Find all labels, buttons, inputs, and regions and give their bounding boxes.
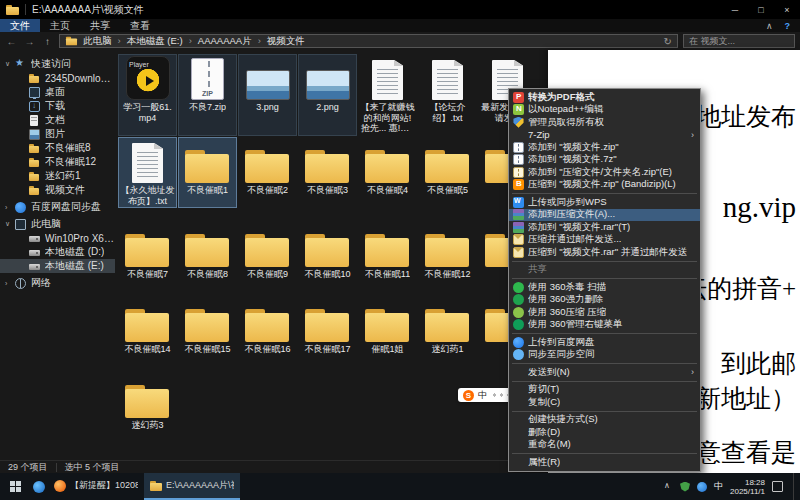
tray-icon[interactable] [663,482,673,492]
file-item[interactable]: 不良催眠2 [239,138,296,207]
ribbon-tab[interactable]: 共享 [80,19,120,32]
expand-arrow-icon[interactable]: › [5,280,15,287]
file-item[interactable]: 迷幻药1 [419,297,476,356]
context-menu-item[interactable]: 属性(R) [509,456,700,469]
sidebar-item[interactable]: 本地磁盘 (E:) [0,259,115,273]
breadcrumb-segment[interactable]: 视频文件 [252,35,305,48]
back-button[interactable]: ← [5,36,18,47]
context-menu-item[interactable]: 添加到 "视频文件.7z" [509,154,700,167]
context-menu-item[interactable]: 压缩到 "视频文件.zip" (Bandizip)(L) [509,179,700,192]
file-item[interactable]: 不良7.zip [179,55,236,135]
file-item[interactable]: 【论坛介绍】.txt [419,55,476,135]
context-menu-item[interactable]: 添加到 "视频文件.rar"(T) [509,221,700,234]
context-menu-item[interactable]: 同步至同步空间 [509,349,700,362]
file-item[interactable]: 不良催眠1 [179,138,236,207]
sidebar-item[interactable]: 不良催眠12 [0,155,115,169]
ribbon-collapse-icon[interactable]: ∧ [766,21,773,31]
file-item[interactable]: 不良催眠3 [299,138,356,207]
file-item[interactable]: 迷幻药3 [119,373,176,432]
sidebar-item[interactable]: ∨ 此电脑 [0,217,115,231]
context-menu-item[interactable]: 使用 360管理右键菜单 [509,319,700,332]
sidebar-item[interactable]: 视频文件 [0,183,115,197]
file-item[interactable]: 不良催眠10 [299,222,356,281]
context-menu-item[interactable]: 压缩到 "视频文件.rar" 并通过邮件发送 [509,246,700,259]
taskbar-clock[interactable]: 18:28 2025/11/1 [730,478,765,496]
search-input[interactable] [683,34,795,48]
notification-center-icon[interactable] [772,481,783,492]
context-menu-item[interactable]: 重命名(M) [509,439,700,452]
context-menu-item[interactable]: 删除(D) [509,426,700,439]
context-menu-item[interactable]: 发送到(N) [509,366,700,379]
context-menu-item[interactable]: 使用 360杀毒 扫描 [509,281,700,294]
sidebar-item[interactable]: 图片 [0,127,115,141]
start-button[interactable] [0,473,30,500]
context-menu-item[interactable]: 以Notepad++编辑 [509,104,700,117]
file-item[interactable]: 不良催眠15 [179,297,236,356]
file-item[interactable]: 催眠1姐 [359,297,416,356]
file-item[interactable]: Player 学习一般61.mp4 [119,55,176,135]
sidebar-item[interactable]: 2345Downloads [0,71,115,85]
tray-icon[interactable] [680,482,690,492]
context-menu-item[interactable]: 复制(C) [509,396,700,409]
ime-mode-indicator[interactable]: 中 [478,389,487,402]
address-box[interactable]: 此电脑 本地磁盘 (E:) AAAAAAA片 视频文件 [59,34,678,48]
help-icon[interactable]: ? [785,21,791,31]
sidebar-item[interactable]: › 网络 [0,276,115,290]
context-menu-item[interactable]: 上传到百度网盘 [509,336,700,349]
context-menu-item[interactable]: 添加到 "视频文件.zip" [509,141,700,154]
file-item[interactable]: 不良催眠7 [119,222,176,281]
ime-tray-indicator[interactable]: 中 [714,480,723,493]
sidebar-item[interactable]: › 百度网盘同步盘 [0,200,115,214]
context-menu-item[interactable]: 共享 [509,264,700,277]
sidebar-item[interactable]: 本地磁盘 (D:) [0,245,115,259]
file-item[interactable]: 3.png [239,55,296,135]
context-menu-item[interactable]: 剪切(T) [509,384,700,397]
sidebar-item[interactable]: 桌面 [0,85,115,99]
sidebar-item[interactable]: 文档 [0,113,115,127]
ribbon-tab[interactable]: 文件 [0,19,40,32]
context-menu-item[interactable]: 添加到压缩文件(A)... [509,209,700,222]
sidebar-item[interactable]: 迷幻药1 [0,169,115,183]
breadcrumb-segment[interactable]: AAAAAAA片 [183,35,252,48]
pinned-browser-icon[interactable] [30,473,48,500]
expand-arrow-icon[interactable]: ∨ [5,220,15,228]
context-menu-item[interactable]: 创建快捷方式(S) [509,414,700,427]
file-item[interactable]: 【来了就赚钱的和尚网站!抢先... 惠!】.txt [359,55,416,135]
file-item[interactable]: 不良催眠9 [239,222,296,281]
file-item[interactable]: 不良催眠12 [419,222,476,281]
ribbon-tab[interactable]: 主页 [40,19,80,32]
file-item[interactable]: 不良催眠8 [179,222,236,281]
up-button[interactable]: ↑ [41,36,54,47]
context-menu-item[interactable]: 使用 360压缩 压缩 [509,306,700,319]
context-menu-item[interactable]: 添加到 "压缩文件/文件夹名.zip"(E) [509,166,700,179]
breadcrumb-segment[interactable]: 本地磁盘 (E:) [112,35,183,48]
minimize-button[interactable]: ─ [722,0,748,19]
sidebar-item[interactable]: ∨ 快速访问 [0,57,115,71]
sidebar-item[interactable]: 不良催眠8 [0,141,115,155]
context-menu-item[interactable]: 转换为PDF格式 [509,91,700,104]
sidebar-item[interactable]: 下载 [0,99,115,113]
expand-arrow-icon[interactable]: › [5,204,15,211]
refresh-icon[interactable] [664,36,672,47]
forward-button[interactable]: → [23,36,36,47]
context-menu-item[interactable]: 上传或同步到WPS [509,196,700,209]
context-menu-item[interactable]: 使用 360强力删除 [509,294,700,307]
sidebar-item[interactable]: Win10Pro X64 (C:) [0,231,115,245]
file-item[interactable]: 【永久地址发布页】.txt [119,138,176,207]
file-item[interactable]: 2.png [299,55,356,135]
file-item[interactable]: 不良催眠16 [239,297,296,356]
show-desktop-button[interactable] [793,473,797,500]
file-item[interactable]: 不良催眠11 [359,222,416,281]
maximize-button[interactable]: □ [748,0,774,19]
file-item[interactable]: 不良催眠4 [359,138,416,207]
taskbar-app-button[interactable]: E:\AAAAAAA片\视... [144,473,240,500]
file-item[interactable]: 不良催眠14 [119,297,176,356]
file-item[interactable]: 不良催眠17 [299,297,356,356]
context-menu-item[interactable]: 压缩并通过邮件发送... [509,234,700,247]
context-menu-item[interactable]: 7-Zip [509,129,700,142]
file-item[interactable]: 不良催眠5 [419,138,476,207]
close-button[interactable]: × [774,0,800,19]
taskbar-app-button[interactable]: 【新提醒】102081... [48,473,144,500]
ribbon-tab[interactable]: 查看 [120,19,160,32]
expand-arrow-icon[interactable]: ∨ [5,60,15,68]
